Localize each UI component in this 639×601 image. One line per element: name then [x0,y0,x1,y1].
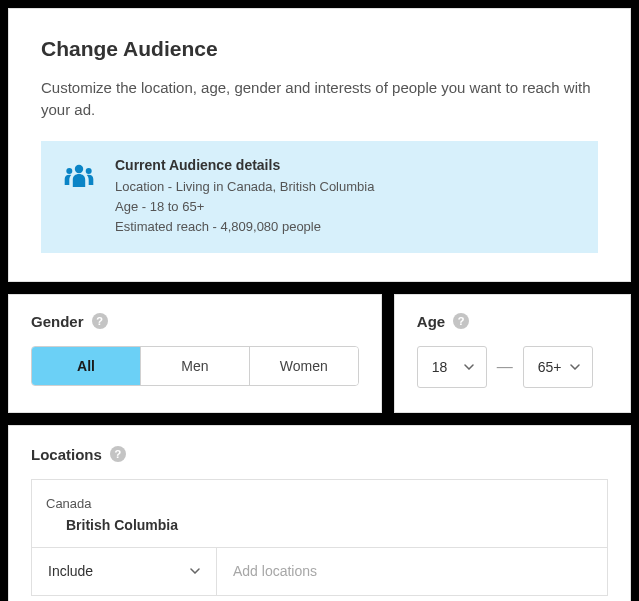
audience-location: Location - Living in Canada, British Col… [115,177,584,197]
chevron-down-icon [570,364,580,370]
svg-point-0 [75,164,83,172]
chevron-down-icon [190,568,200,574]
age-max-select[interactable]: 65+ [523,346,593,388]
age-label: Age [417,313,445,330]
page-title: Change Audience [41,37,598,61]
age-max-value: 65+ [538,359,562,375]
age-min-select[interactable]: 18 [417,346,487,388]
age-min-value: 18 [432,359,448,375]
chevron-down-icon [464,364,474,370]
audience-reach: Estimated reach - 4,809,080 people [115,217,584,237]
help-icon[interactable]: ? [92,313,108,329]
svg-point-2 [86,168,92,174]
gender-card: Gender ? All Men Women [8,294,382,413]
audience-header-card: Change Audience Customize the location, … [8,8,631,282]
svg-point-1 [66,168,72,174]
gender-option-all[interactable]: All [32,347,141,385]
include-mode-value: Include [48,563,93,579]
age-controls: 18 — 65+ [417,346,608,388]
gender-option-men[interactable]: Men [141,347,250,385]
locations-title-row: Locations ? [31,446,608,463]
locations-controls: Include [32,547,607,595]
locations-body: Canada British Columbia Include [31,479,608,596]
add-location-input[interactable] [217,548,607,595]
location-region: British Columbia [46,517,593,533]
audience-icon [55,157,103,189]
help-icon[interactable]: ? [453,313,469,329]
include-mode-select[interactable]: Include [32,548,217,595]
audience-age: Age - 18 to 65+ [115,197,584,217]
current-audience-panel: Current Audience details Location - Livi… [41,141,598,253]
gender-label: Gender [31,313,84,330]
age-range-dash: — [497,358,513,376]
gender-segmented: All Men Women [31,346,359,386]
gender-title-row: Gender ? [31,313,359,330]
locations-card: Locations ? Canada British Columbia Incl… [8,425,631,601]
age-title-row: Age ? [417,313,608,330]
locations-list: Canada British Columbia [32,480,607,547]
page-subtitle: Customize the location, age, gender and … [41,77,598,121]
audience-heading: Current Audience details [115,157,584,173]
location-country: Canada [46,496,593,511]
audience-info: Current Audience details Location - Livi… [115,157,584,237]
locations-label: Locations [31,446,102,463]
age-card: Age ? 18 — 65+ [394,294,631,413]
help-icon[interactable]: ? [110,446,126,462]
gender-option-women[interactable]: Women [250,347,358,385]
